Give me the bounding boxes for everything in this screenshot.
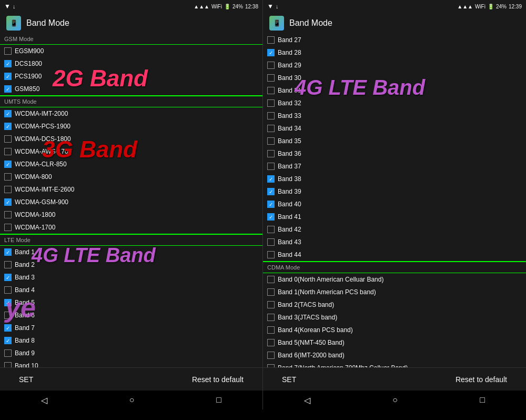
list-item[interactable]: Band 29: [263, 59, 526, 72]
band39-checkbox[interactable]: ✓: [267, 188, 275, 195]
list-item[interactable]: ✓ Band 41: [263, 211, 526, 223]
list-item[interactable]: Band 33: [263, 109, 526, 122]
list-item[interactable]: ✓ PCS1900: [0, 70, 262, 83]
list-item[interactable]: Band 9: [0, 347, 262, 359]
band6-checkbox[interactable]: [4, 312, 12, 319]
band31-checkbox[interactable]: [267, 87, 275, 94]
list-item[interactable]: Band 6(IMT-2000 band): [263, 349, 526, 362]
right-recent-button[interactable]: □: [469, 393, 495, 407]
band42-checkbox[interactable]: [267, 226, 275, 233]
list-item[interactable]: Band 3(JTACS band): [263, 311, 526, 324]
wcdma-pcs1900-checkbox[interactable]: ✓: [4, 123, 12, 130]
cdma-band5-checkbox[interactable]: [267, 339, 275, 346]
cdma-band1-checkbox[interactable]: [267, 288, 275, 296]
band43-checkbox[interactable]: [267, 238, 275, 246]
right-back-button[interactable]: ◁: [294, 393, 321, 407]
cdma-band3-checkbox[interactable]: [267, 314, 275, 321]
right-reset-button[interactable]: Reset to default: [449, 372, 513, 387]
list-item[interactable]: Band 1(North American PCS band): [263, 286, 526, 298]
wcdma-imte2600-checkbox[interactable]: [4, 186, 12, 193]
list-item[interactable]: WCDMA-DCS-1800: [0, 133, 262, 145]
list-item[interactable]: Band 35: [263, 135, 526, 147]
band9-checkbox[interactable]: [4, 349, 12, 357]
left-content-scroll[interactable]: GSM Mode EGSM900 ✓ DCS1800 ✓ PCS1900 ✓ G…: [0, 34, 262, 367]
band32-checkbox[interactable]: [267, 99, 275, 107]
list-item[interactable]: Band 30: [263, 72, 526, 84]
list-item[interactable]: WCDMA-AWS-1700: [0, 145, 262, 158]
left-recent-button[interactable]: □: [206, 393, 232, 407]
list-item[interactable]: ✓ WCDMA-CLR-850: [0, 158, 262, 171]
list-item[interactable]: ✓ WCDMA-GSM-900: [0, 196, 262, 208]
wcdma-1700-checkbox[interactable]: [4, 224, 12, 231]
list-item[interactable]: ✓ Band 28: [263, 46, 526, 59]
left-back-button[interactable]: ◁: [31, 393, 58, 407]
wcdma-800-checkbox[interactable]: [4, 173, 12, 181]
cdma-band6-checkbox[interactable]: [267, 352, 275, 359]
band7-checkbox[interactable]: ✓: [4, 324, 12, 332]
band36-checkbox[interactable]: [267, 150, 275, 157]
list-item[interactable]: Band 44: [263, 248, 526, 261]
band5-checkbox[interactable]: ✓: [4, 299, 12, 306]
list-item[interactable]: Band 32: [263, 97, 526, 109]
list-item[interactable]: Band 4: [0, 284, 262, 296]
list-item[interactable]: Band 5(NMT-450 Band): [263, 336, 526, 349]
list-item[interactable]: ✓ WCDMA-IMT-2000: [0, 107, 262, 120]
list-item[interactable]: WCDMA-1700: [0, 221, 262, 234]
cdma-band7-checkbox[interactable]: [267, 364, 275, 367]
left-home-button[interactable]: ○: [119, 393, 145, 407]
right-content-scroll[interactable]: Band 27 ✓ Band 28 Band 29 Band 30 Band 3…: [263, 34, 526, 367]
list-item[interactable]: ✓ Band 7: [0, 322, 262, 334]
list-item[interactable]: Band 27: [263, 34, 526, 46]
wcdma-imt2000-checkbox[interactable]: ✓: [4, 110, 12, 117]
list-item[interactable]: Band 37: [263, 160, 526, 173]
band41-checkbox[interactable]: ✓: [267, 213, 275, 221]
list-item[interactable]: Band 36: [263, 147, 526, 160]
band30-checkbox[interactable]: [267, 74, 275, 82]
wcdma-clr850-checkbox[interactable]: ✓: [4, 161, 12, 168]
left-reset-button[interactable]: Reset to default: [186, 372, 250, 387]
list-item[interactable]: WCDMA-IMT-E-2600: [0, 183, 262, 196]
cdma-band4-checkbox[interactable]: [267, 326, 275, 334]
left-set-button[interactable]: SET: [13, 372, 39, 387]
wcdma-1800-checkbox[interactable]: [4, 211, 12, 218]
band37-checkbox[interactable]: [267, 163, 275, 170]
list-item[interactable]: ✓ Band 39: [263, 185, 526, 198]
list-item[interactable]: ✓ DCS1800: [0, 57, 262, 70]
right-set-button[interactable]: SET: [276, 372, 302, 387]
right-home-button[interactable]: ○: [382, 393, 408, 407]
list-item[interactable]: ✓ Band 8: [0, 334, 262, 347]
list-item[interactable]: ✓ WCDMA-PCS-1900: [0, 120, 262, 133]
list-item[interactable]: Band 2(TACS band): [263, 298, 526, 311]
band40-checkbox[interactable]: ✓: [267, 201, 275, 208]
list-item[interactable]: Band 34: [263, 122, 526, 135]
band3-checkbox[interactable]: ✓: [4, 274, 12, 281]
list-item[interactable]: EGSM900: [0, 45, 262, 57]
band29-checkbox[interactable]: [267, 62, 275, 69]
band8-checkbox[interactable]: ✓: [4, 337, 12, 344]
wcdma-aws1700-checkbox[interactable]: [4, 148, 12, 155]
list-item[interactable]: Band 2: [0, 258, 262, 271]
band35-checkbox[interactable]: [267, 137, 275, 145]
wcdma-dcs1800-checkbox[interactable]: [4, 135, 12, 143]
list-item[interactable]: ✓ GSM850: [0, 83, 262, 95]
list-item[interactable]: ✓ Band 3: [0, 271, 262, 284]
list-item[interactable]: Band 4(Korean PCS band): [263, 324, 526, 336]
list-item[interactable]: Band 31: [263, 84, 526, 97]
list-item[interactable]: Band 10: [0, 359, 262, 367]
list-item[interactable]: Band 42: [263, 223, 526, 236]
list-item[interactable]: ✓ Band 38: [263, 173, 526, 185]
band27-checkbox[interactable]: [267, 36, 275, 44]
band38-checkbox[interactable]: ✓: [267, 175, 275, 183]
gsm850-checkbox[interactable]: ✓: [4, 85, 12, 93]
list-item[interactable]: Band 43: [263, 236, 526, 248]
band34-checkbox[interactable]: [267, 125, 275, 132]
band2-checkbox[interactable]: [4, 261, 12, 268]
list-item[interactable]: ✓ Band 1: [0, 246, 262, 258]
list-item[interactable]: ✓ Band 5: [0, 296, 262, 309]
egsm900-checkbox[interactable]: [4, 47, 12, 55]
cdma-band0-checkbox[interactable]: [267, 276, 275, 283]
band33-checkbox[interactable]: [267, 112, 275, 119]
dcs1800-checkbox[interactable]: ✓: [4, 60, 12, 67]
pcs1900-checkbox[interactable]: ✓: [4, 73, 12, 80]
list-item[interactable]: Band 6: [0, 309, 262, 322]
